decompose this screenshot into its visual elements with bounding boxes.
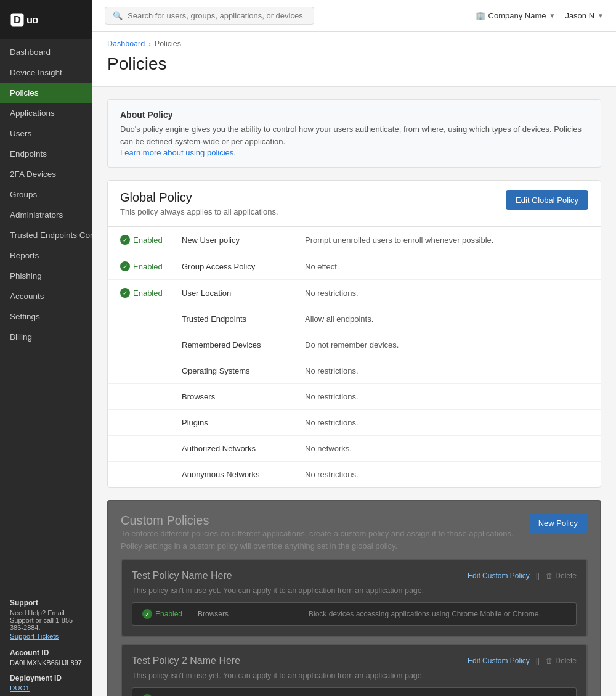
policy-value-anonymous-networks: No restrictions. (305, 470, 588, 479)
building-icon: 🏢 (476, 11, 485, 20)
company-name: Company Name (488, 11, 546, 20)
custom-policy-1-desc: This policy isn't in use yet. You can ap… (132, 586, 577, 595)
custom-policy-1-setting-value: Block devices accessing applications usi… (309, 610, 566, 618)
policy-value-browsers: No restrictions. (305, 392, 588, 401)
sidebar-item-users[interactable]: Users (0, 123, 92, 144)
policy-name-operating-systems: Operating Systems (182, 366, 305, 375)
custom-policy-card-2: Test Policy 2 Name Here Edit Custom Poli… (121, 644, 588, 696)
edit-global-policy-button[interactable]: Edit Global Policy (506, 190, 588, 210)
delete-custom-policy-1-link[interactable]: 🗑 Delete (546, 571, 577, 580)
breadcrumb-separator: › (148, 40, 151, 47)
sidebar-item-phishing[interactable]: Phishing (0, 266, 92, 286)
sidebar-item-policies[interactable]: Policies (0, 83, 92, 103)
sidebar-navigation: Dashboard Device Insight Policies Applic… (0, 39, 92, 591)
policy-name-group-access: Group Access Policy (182, 262, 305, 271)
global-policy-header-text: Global Policy This policy always applies… (120, 190, 278, 216)
breadcrumb-dashboard[interactable]: Dashboard (107, 39, 145, 48)
sidebar-bottom: Support Need Help? Email Support or call… (0, 591, 92, 696)
custom-policies-header-text: Custom Policies To enforce different pol… (121, 514, 529, 552)
custom-status-dot-1 (142, 609, 152, 619)
sidebar-item-endpoints[interactable]: Endpoints (0, 144, 92, 164)
policy-row-browsers: Browsers No restrictions. (108, 384, 601, 410)
sidebar-item-groups[interactable]: Groups (0, 184, 92, 205)
sidebar-item-billing[interactable]: Billing (0, 327, 92, 347)
sidebar-item-settings[interactable]: Settings (0, 306, 92, 327)
custom-policies-description: To enforce different policies on differe… (121, 528, 529, 552)
custom-policy-2-actions: Edit Custom Policy || 🗑 Delete (468, 657, 577, 665)
about-policy-box: About Policy Duo's policy engine gives y… (107, 99, 601, 168)
support-text: Need Help? Email Support or call 1-855-3… (10, 609, 83, 631)
sidebar-item-trusted-endpoints[interactable]: Trusted Endpoints Configuration (0, 225, 92, 245)
policy-value-plugins: No restrictions. (305, 418, 588, 427)
about-policy-title: About Policy (120, 110, 588, 120)
policy-row-new-user: Enabled New User policy Prompt unenrolle… (108, 227, 601, 253)
custom-policy-1-actions: Edit Custom Policy || 🗑 Delete (468, 571, 577, 580)
page-title: Policies (107, 54, 601, 74)
custom-policy-1-name: Test Policy Name Here (132, 570, 232, 581)
deployment-id-label: Deployment ID (10, 674, 83, 682)
learn-more-link[interactable]: Learn more about using policies. (120, 148, 236, 157)
sidebar-item-device-insight[interactable]: Device Insight (0, 62, 92, 83)
policy-value-authorized-networks: No networks. (305, 444, 588, 453)
custom-policy-card-1: Test Policy Name Here Edit Custom Policy… (121, 559, 588, 637)
sidebar-item-dashboard[interactable]: Dashboard (0, 42, 92, 62)
policy-status-group-access: Enabled (120, 261, 182, 271)
about-policy-description: Duo's policy engine gives you the abilit… (120, 123, 588, 147)
user-name: Jason N (565, 11, 594, 20)
policy-value-user-location: No restrictions. (305, 289, 588, 298)
company-selector[interactable]: 🏢 Company Name ▼ (476, 11, 556, 20)
custom-policy-card-1-header: Test Policy Name Here Edit Custom Policy… (132, 570, 577, 581)
user-selector[interactable]: Jason N ▼ (565, 11, 604, 20)
status-dot-group-access (120, 261, 130, 271)
policy-status-new-user: Enabled (120, 235, 182, 245)
account-id-label: Account ID (10, 649, 83, 657)
deployment-id-value[interactable]: DUO1 (10, 684, 83, 692)
sidebar-item-applications[interactable]: Applications (0, 103, 92, 123)
support-title: Support (10, 599, 83, 607)
search-bar[interactable]: 🔍 (105, 7, 314, 25)
policy-row-plugins: Plugins No restrictions. (108, 410, 601, 436)
global-policy-section: Global Policy This policy always applies… (107, 180, 601, 488)
trash-icon-1: 🗑 (546, 571, 553, 580)
support-tickets-link[interactable]: Support Tickets (10, 633, 83, 640)
custom-policy-card-2-header: Test Policy 2 Name Here Edit Custom Poli… (132, 655, 577, 666)
sidebar-item-2fa-devices[interactable]: 2FA Devices (0, 164, 92, 184)
policy-row-remembered-devices: Remembered Devices Do not remember devic… (108, 332, 601, 358)
custom-policy-2-row-user-location: Enabled User Location No restrictions. (132, 687, 577, 696)
content-area: Dashboard › Policies Policies About Poli… (92, 32, 616, 696)
search-input[interactable] (128, 11, 306, 20)
custom-policy-2-name: Test Policy 2 Name Here (132, 655, 240, 666)
main-content: 🔍 🏢 Company Name ▼ Jason N ▼ Dashboard ›… (92, 0, 616, 696)
sidebar-item-reports[interactable]: Reports (0, 245, 92, 266)
policy-name-remembered-devices: Remembered Devices (182, 340, 305, 350)
policy-2-action-divider: || (536, 657, 540, 665)
duo-logo: D uo (10, 11, 47, 28)
custom-policy-1-status: Enabled (142, 609, 198, 619)
policy-name-authorized-networks: Authorized Networks (182, 444, 305, 453)
policy-name-user-location: User Location (182, 289, 305, 298)
policy-name-plugins: Plugins (182, 418, 305, 427)
policy-value-group-access: No effect. (305, 262, 588, 271)
edit-custom-policy-1-link[interactable]: Edit Custom Policy (468, 571, 530, 580)
policy-name-trusted-endpoints: Trusted Endpoints (182, 314, 305, 324)
sidebar-item-administrators[interactable]: Administrators (0, 205, 92, 225)
policy-1-action-divider: || (536, 571, 540, 580)
svg-text:uo: uo (26, 14, 38, 25)
policy-value-operating-systems: No restrictions. (305, 366, 588, 375)
custom-policy-1-row-browsers: Enabled Browsers Block devices accessing… (132, 602, 577, 626)
svg-text:D: D (14, 14, 21, 25)
topbar-right: 🏢 Company Name ▼ Jason N ▼ (476, 11, 604, 20)
global-policy-subtitle: This policy always applies to all applic… (120, 207, 278, 216)
edit-custom-policy-2-link[interactable]: Edit Custom Policy (468, 657, 530, 665)
policy-row-operating-systems: Operating Systems No restrictions. (108, 358, 601, 384)
policy-name-new-user: New User policy (182, 235, 305, 245)
policy-name-browsers: Browsers (182, 392, 305, 401)
policy-value-remembered-devices: Do not remember devices. (305, 340, 588, 350)
custom-policies-section: Custom Policies To enforce different pol… (107, 500, 601, 696)
status-dot-user-location (120, 288, 130, 298)
delete-custom-policy-2-link[interactable]: 🗑 Delete (546, 657, 577, 665)
new-policy-button[interactable]: New Policy (529, 514, 588, 533)
sidebar-item-accounts[interactable]: Accounts (0, 286, 92, 306)
policy-value-trusted-endpoints: Allow all endpoints. (305, 314, 588, 324)
policy-value-new-user: Prompt unenrolled users to enroll whenev… (305, 235, 588, 245)
